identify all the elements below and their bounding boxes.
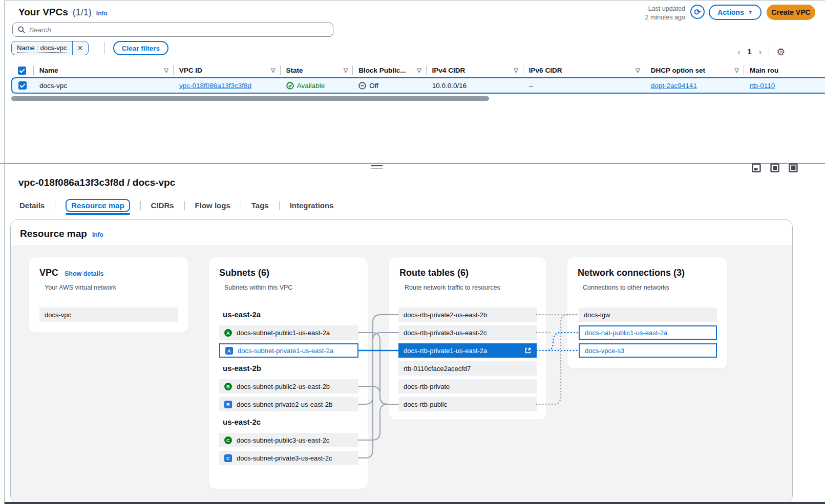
show-details-link[interactable]: Show details [65, 270, 103, 277]
az-heading: us-east-2c [223, 418, 261, 426]
panel-small-icon[interactable] [752, 163, 761, 172]
window-bottom-edge [5, 502, 825, 504]
panel-medium-icon[interactable] [770, 163, 779, 172]
sort-icon[interactable]: ▽ [417, 67, 421, 74]
detail-panel-title: vpc-018f086a13f3c3f8d / docs-vpc [18, 177, 175, 188]
panel-size-controls [752, 163, 798, 172]
vpc-node[interactable]: docs-vpc [39, 308, 178, 322]
connection-node-igw[interactable]: docs-igw [579, 308, 717, 322]
route-tables-column-title: Route tables (6) [399, 268, 469, 278]
refresh-button[interactable]: ⟳ [690, 5, 705, 19]
split-panel-divider [0, 163, 825, 164]
page-header: Your VPCs (1/1) Info [18, 7, 108, 18]
filter-token[interactable]: Name : docs-vpc ✕ [11, 41, 89, 55]
search-box [12, 23, 333, 37]
header-checkbox-cell [11, 63, 33, 77]
horizontal-scrollbar[interactable] [11, 96, 489, 101]
col-main-route-table[interactable]: Main rou [744, 63, 825, 77]
sort-icon[interactable]: ▽ [734, 67, 738, 74]
subnet-node-public3[interactable]: C docs-subnet-public3-us-east-2c [219, 433, 358, 447]
tab-tags[interactable]: Tags [251, 201, 269, 210]
page-number[interactable]: 1 [748, 48, 752, 56]
col-ipv4-cidr[interactable]: IPv4 CIDR▽ [426, 63, 523, 77]
vpc-column-title: VPC [39, 268, 58, 278]
create-vpc-button[interactable]: Create VPC [767, 5, 815, 20]
route-table-node-selected[interactable]: docs-rtb-private1-us-east-2a [398, 343, 537, 358]
route-table-node[interactable]: rtb-0110cface2acecfd7 [398, 361, 537, 376]
route-table-node[interactable]: docs-rtb-public [398, 397, 537, 411]
table-row[interactable]: docs-vpc vpc-018f086a13f3c3f8d Available… [11, 77, 825, 94]
az-heading: us-east-2b [223, 364, 261, 372]
row-checkbox[interactable] [18, 81, 27, 90]
subnet-node-private2[interactable]: B docs-subnet-private2-us-east-2b [219, 397, 358, 411]
subnet-node-public1[interactable]: A docs-subnet-public1-us-east-2a [219, 325, 358, 340]
filter-divider [104, 42, 105, 54]
tab-details[interactable]: Details [19, 201, 45, 210]
vpc-console-page: Your VPCs (1/1) Info Last updated 2 minu… [0, 0, 825, 504]
sort-icon[interactable]: ▽ [636, 67, 640, 74]
split-panel-drag-handle[interactable] [371, 165, 383, 170]
table-header: Name▽ VPC ID▽ State▽ Block Public...▽ IP… [11, 63, 825, 77]
subnets-column-title: Subnets (6) [219, 268, 269, 278]
col-block-public[interactable]: Block Public...▽ [352, 63, 426, 77]
select-all-checkbox[interactable] [18, 67, 26, 75]
route-table-node[interactable]: docs-rtb-private [398, 379, 537, 393]
sort-icon[interactable]: ▽ [271, 67, 275, 74]
route-table-node[interactable]: docs-rtb-private3-us-east-2c [398, 325, 537, 340]
actions-button[interactable]: Actions ▼ [709, 5, 761, 20]
tab-flow-logs[interactable]: Flow logs [195, 201, 230, 210]
vpc-count: (1/1) [73, 7, 92, 18]
cell-dhcp-option-set: dopt-2ac94141 [645, 78, 744, 93]
col-state[interactable]: State▽ [280, 63, 353, 77]
block-public-text: Off [369, 82, 378, 90]
tab-integrations[interactable]: Integrations [290, 201, 334, 210]
cell-vpc-id: vpc-018f086a13f3c3f8d [173, 78, 280, 93]
vpc-id-link[interactable]: vpc-018f086a13f3c3f8d [179, 82, 251, 90]
token-dismiss-button[interactable]: ✕ [73, 41, 88, 55]
dhcp-option-set-link[interactable]: dopt-2ac94141 [651, 82, 697, 90]
refresh-icon: ⟳ [694, 7, 701, 17]
off-icon [358, 82, 366, 90]
sort-icon[interactable]: ▽ [514, 67, 518, 74]
col-vpc-id[interactable]: VPC ID▽ [173, 63, 280, 77]
status-available-icon [286, 82, 294, 90]
col-name[interactable]: Name▽ [33, 63, 173, 77]
connection-node-vpce[interactable]: docs-vpce-s3 [579, 343, 717, 358]
cell-main-route-table: rtb-0110 [744, 78, 825, 93]
panel-large-icon[interactable] [789, 163, 798, 172]
prev-page-icon[interactable]: ‹ [737, 48, 741, 56]
main-route-table-link[interactable]: rtb-0110 [750, 82, 775, 90]
tab-resource-map[interactable]: Resource map [66, 199, 130, 212]
public-subnet-badge: A [224, 329, 232, 337]
subnet-node-private1[interactable]: A docs-subnet-private1-us-east-2a [219, 343, 358, 358]
info-link[interactable]: Info [96, 10, 108, 17]
clear-filters-button[interactable]: Clear filters [113, 41, 168, 55]
gear-icon[interactable]: ⚙ [776, 46, 785, 58]
sort-icon[interactable]: ▽ [344, 67, 348, 74]
col-ipv6-cidr[interactable]: IPv6 CIDR▽ [523, 63, 645, 77]
route-tables-column-card: Route tables (6) Route network traffic t… [389, 257, 546, 420]
resource-map-info-link[interactable]: Info [92, 231, 103, 238]
filter-token-label: Name : docs-vpc [12, 41, 72, 55]
cell-block-public: Off [352, 78, 426, 93]
close-icon: ✕ [77, 44, 83, 52]
vpc-column-subtitle: Your AWS virtual network [45, 284, 116, 291]
connection-node-nat[interactable]: docs-nat-public1-us-east-2a [579, 325, 717, 340]
tab-bar: Details Resource map CIDRs Flow logs Tag… [19, 198, 334, 213]
private-subnet-badge: A [225, 347, 233, 355]
sort-icon[interactable]: ▽ [164, 67, 168, 74]
subnets-column-card: Subnets (6) Subnets within this VPC us-e… [209, 257, 368, 489]
subnet-node-private3[interactable]: C docs-subnet-private3-us-east-2c [219, 451, 358, 465]
pager-divider [769, 46, 769, 58]
route-table-node[interactable]: docs-rtb-private2-us-east-2b [398, 308, 537, 322]
external-link-icon[interactable] [524, 347, 532, 354]
cell-state: Available [280, 78, 353, 93]
network-connections-column-card: Network connections (3) Connections to o… [567, 257, 727, 368]
next-page-icon[interactable]: › [758, 48, 761, 56]
col-dhcp-option-set[interactable]: DHCP option set▽ [645, 63, 744, 77]
subnet-node-public2[interactable]: B docs-subnet-public2-us-east-2b [219, 379, 358, 393]
network-connections-column-subtitle: Connections to other networks [583, 284, 669, 291]
search-input[interactable] [29, 26, 328, 34]
search-icon [18, 26, 25, 33]
tab-cidrs[interactable]: CIDRs [151, 201, 174, 210]
